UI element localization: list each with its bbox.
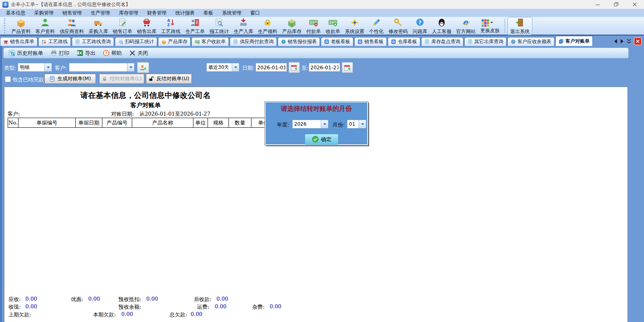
toolbar-separator <box>505 19 505 33</box>
statement-table: No. 单据编号 单据日期 产品编号 产品名称 单位 规格 数量 单价 <box>8 118 276 128</box>
print-button[interactable]: 打印 <box>49 49 71 57</box>
toolbar-work-order[interactable]: 生产工单 <box>183 17 207 35</box>
tab-sales-board[interactable]: 销售看板 <box>354 37 387 46</box>
toolbar-official-website[interactable]: e 官方网站 <box>454 17 478 35</box>
month-select[interactable]: 01 <box>347 120 366 129</box>
close-view-button[interactable]: 关闭 <box>127 49 150 57</box>
menu-item-inventory-mgmt[interactable]: 库存管理 <box>114 9 143 17</box>
menu-item-kanban[interactable]: 看板 <box>199 9 218 17</box>
tab-other-out-query[interactable]: 其它出库查询 <box>464 37 507 46</box>
menu-item-purchase-mgmt[interactable]: 采购管理 <box>30 9 58 17</box>
internet-e-icon: e <box>461 18 471 29</box>
year-select[interactable]: 2026 <box>292 120 328 129</box>
toolbar-change-password[interactable]: 修改密码 <box>386 17 410 35</box>
customer-select[interactable] <box>69 63 135 72</box>
customer-label: 客户: <box>55 64 67 72</box>
toolbar-work-report-stats[interactable]: 报工统计 <box>207 17 231 35</box>
carry-over-month-dialog: 请选择结转对账单的月份 年度: 2026 月份: 01 确定 <box>265 102 368 145</box>
history-statement-button[interactable]: 历史对账单 <box>7 49 45 57</box>
export-button[interactable]: X导出 <box>75 49 97 57</box>
date-from-calendar-button[interactable] <box>289 62 300 73</box>
menu-item-stats-report[interactable]: 统计报表 <box>171 9 199 17</box>
tab-customer-receipt[interactable]: 客户收款单 <box>191 37 229 46</box>
tab-customer-statement[interactable]: 客户对账单 <box>555 36 593 46</box>
tab-scroll-left-icon[interactable] <box>614 39 617 44</box>
toolbar-process-route[interactable]: AZ 工艺路线 <box>159 17 183 35</box>
menu-item-window[interactable]: 窗口 <box>246 9 264 17</box>
date-to-input[interactable] <box>309 63 340 72</box>
toolbar-customer-service[interactable]: 人工客服 <box>430 17 454 35</box>
date-to-calendar-button[interactable] <box>342 62 353 73</box>
summary-label: 优惠: <box>71 296 83 303</box>
minimize-button[interactable] <box>588 0 607 9</box>
toolbar-sales-out[interactable]: 销售出库 <box>135 17 159 35</box>
toolbar-receipt-bill[interactable]: 收款单 <box>323 17 343 35</box>
toolbar-personalization[interactable]: 个性化 <box>367 17 386 35</box>
qq-penguin-icon <box>437 18 447 29</box>
toolbar-sales-order[interactable]: 销售订单 <box>110 17 135 35</box>
include-settled-checkbox[interactable] <box>5 76 11 82</box>
tab-sales-quote-report[interactable]: 销售报价报表 <box>278 37 320 46</box>
product-box-icon <box>16 18 26 29</box>
chevron-down-icon[interactable] <box>44 63 52 71</box>
toolbar-material-requisition[interactable]: 生产领料 <box>256 17 280 35</box>
tab-process-route[interactable]: AZ工艺路线 <box>38 37 71 46</box>
restore-button[interactable] <box>607 0 625 9</box>
skin-grid-icon <box>480 18 500 28</box>
toolbar-customer-data[interactable]: 客户资料 <box>33 17 57 35</box>
menu-item-production-mgmt[interactable]: 生产管理 <box>86 9 114 17</box>
menu-item-sales-mgmt[interactable]: 销售管理 <box>58 9 86 17</box>
ok-button[interactable]: 确定 <box>305 134 339 145</box>
col-unit: 单位 <box>193 118 208 128</box>
toolbar-question-bank[interactable]: ? 问题库 <box>410 17 430 35</box>
tab-close-button[interactable] <box>634 37 642 45</box>
chevron-down-icon[interactable] <box>321 120 328 128</box>
statement-docs-icon <box>559 39 564 44</box>
toolbar-product-data[interactable]: 产品资料 <box>9 17 33 35</box>
tab-list-icon[interactable] <box>627 39 631 44</box>
tab-product-stock[interactable]: 产品库存 <box>158 37 191 46</box>
window-controls <box>588 0 644 9</box>
chevron-down-icon[interactable] <box>232 63 239 71</box>
tab-scroll-right-icon[interactable] <box>620 39 624 44</box>
tab-warehouse-board[interactable]: 仓库看板 <box>388 37 420 46</box>
tab-stocktake-query[interactable]: 库存盘点查询 <box>421 37 463 46</box>
toolbar-supplier-data[interactable]: 供应商资料 <box>57 17 86 35</box>
tab-supplier-payment-query[interactable]: 供应商付款查询 <box>230 37 277 46</box>
summary-label: 后收款: <box>194 296 211 303</box>
toolbar-change-skin[interactable]: 更换皮肤 <box>478 18 502 34</box>
menu-item-finance-mgmt[interactable]: 财务管理 <box>143 9 171 17</box>
tab-boss-board[interactable]: 老板看板 <box>321 37 353 46</box>
add-customer-button[interactable] <box>137 62 149 73</box>
toolbar-product-stock[interactable]: 产品库存 <box>280 17 304 35</box>
truck-icon <box>93 18 103 29</box>
chevron-down-icon[interactable] <box>127 63 134 71</box>
toolbar-grip[interactable] <box>4 18 6 33</box>
chevron-down-icon[interactable] <box>359 120 366 128</box>
tab-sales-out-order[interactable]: 销售出库单 <box>0 37 37 46</box>
toolbar-purchase-in[interactable]: 采购入库 <box>86 17 110 35</box>
close-button[interactable] <box>625 0 644 9</box>
date-from-input[interactable] <box>256 63 287 72</box>
toolbar-exit-system[interactable]: 退出系统 <box>507 17 532 35</box>
year-label: 年度: <box>277 121 289 129</box>
summary-value: 0.00 <box>25 296 37 302</box>
app-icon: 企 <box>2 2 8 8</box>
toolbar-production-in[interactable]: 生产入库 <box>231 17 256 35</box>
date-range-select[interactable]: 最近30天 <box>206 63 239 72</box>
generate-statement-button[interactable]: 生成对账单(M) <box>44 74 96 84</box>
tab-process-route-query[interactable]: 工艺路线查询 <box>72 37 114 46</box>
type-select[interactable]: 明细 <box>18 63 52 72</box>
check-circle-icon <box>312 136 319 143</box>
menu-item-system-mgmt[interactable]: 系统管理 <box>218 9 246 17</box>
col-doc-number: 单据编号 <box>19 118 76 128</box>
reverse-statement-button[interactable]: 反结对账单(U) <box>146 74 192 84</box>
help-button[interactable]: ?帮助 <box>101 49 123 57</box>
toolbar-system-settings[interactable]: 系统设置 <box>343 17 367 35</box>
toolbar-payment-bill[interactable]: 付款单 <box>304 17 323 35</box>
tab-scan-report-stats[interactable]: 扫码报工统计 <box>115 37 157 46</box>
carry-over-statement-button[interactable]: 结转对账单(L) <box>99 74 144 84</box>
menu-item-basic-info[interactable]: 基本信息 <box>2 9 30 17</box>
window-title: 企丰小工单--【请在基本信息，公司信息中修改公司名】 <box>11 1 131 8</box>
tab-receivable-balance[interactable]: 客户应收余额表 <box>507 37 555 46</box>
